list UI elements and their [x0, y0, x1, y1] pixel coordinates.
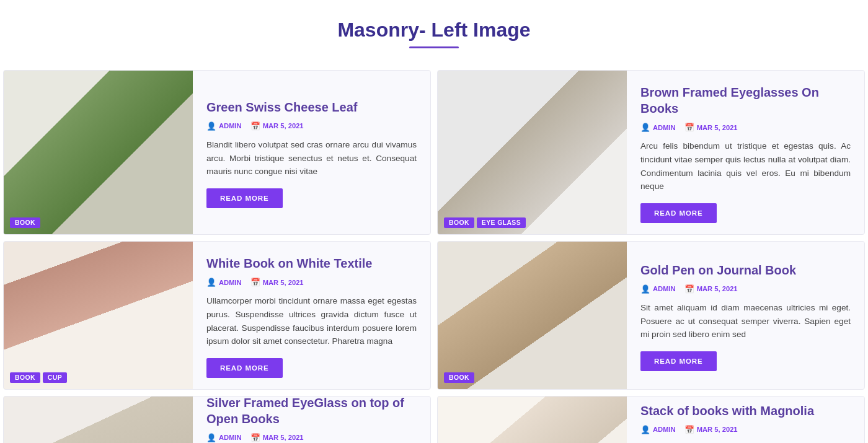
author-label: ADMIN	[219, 122, 242, 129]
read-more-button[interactable]: READ MORE	[206, 358, 283, 378]
card-content: Gold Pen on Journal Book👤ADMIN📅MAR 5, 20…	[627, 242, 864, 389]
card-image	[4, 71, 193, 234]
read-more-button[interactable]: READ MORE	[640, 351, 717, 371]
card-meta: 👤ADMIN📅MAR 5, 2021	[640, 425, 851, 434]
author-label: ADMIN	[653, 426, 676, 433]
person-icon: 👤	[640, 425, 650, 434]
card-date: 📅MAR 5, 2021	[250, 121, 304, 131]
page-header: Masonry- Left Image	[0, 0, 868, 61]
card-6: Stack of books with Magnolia👤ADMIN📅MAR 5…	[437, 396, 865, 443]
card-image-wrap	[438, 397, 627, 443]
page-title: Masonry- Left Image	[12, 19, 856, 42]
date-label: MAR 5, 2021	[697, 426, 738, 433]
tag-book: BOOK	[444, 217, 474, 228]
calendar-icon: 📅	[684, 425, 694, 434]
card-author: 👤ADMIN	[206, 121, 242, 131]
card-image	[438, 71, 627, 234]
card-4: BOOKGold Pen on Journal Book👤ADMIN📅MAR 5…	[437, 241, 865, 390]
page-wrapper: Masonry- Left Image BOOKGreen Swiss Chee…	[0, 0, 868, 443]
header-underline	[409, 46, 459, 48]
card-image-wrap: BOOK	[438, 242, 627, 389]
card-date: 📅MAR 5, 2021	[250, 278, 304, 287]
card-image	[438, 397, 627, 443]
read-more-button[interactable]: READ MORE	[206, 188, 283, 208]
card-image	[4, 242, 193, 389]
calendar-icon: 📅	[250, 278, 260, 287]
tag-book: BOOK	[10, 217, 40, 228]
date-label: MAR 5, 2021	[697, 285, 738, 292]
card-meta: 👤ADMIN📅MAR 5, 2021	[206, 433, 417, 442]
calendar-icon: 📅	[250, 433, 260, 442]
person-icon: 👤	[206, 433, 216, 442]
person-icon: 👤	[206, 121, 216, 131]
card-excerpt: Sit amet aliquam id diam maecenas ultric…	[640, 301, 851, 341]
author-label: ADMIN	[219, 434, 242, 441]
person-icon: 👤	[640, 123, 650, 132]
card-title: White Book on White Textile	[206, 255, 417, 271]
date-label: MAR 5, 2021	[263, 279, 304, 286]
person-icon: 👤	[640, 284, 650, 294]
card-image-wrap: BOOKEYE GLASS	[438, 71, 627, 234]
card-author: 👤ADMIN	[206, 278, 242, 287]
card-tags: BOOK	[10, 217, 40, 228]
card-date: 📅MAR 5, 2021	[684, 284, 738, 294]
card-meta: 👤ADMIN📅MAR 5, 2021	[206, 121, 417, 131]
card-content: Silver Framed EyeGlass on top of Open Bo…	[193, 397, 430, 443]
card-image	[438, 242, 627, 389]
card-title: Silver Framed EyeGlass on top of Open Bo…	[206, 396, 417, 427]
card-tags: BOOK	[444, 372, 474, 383]
date-label: MAR 5, 2021	[263, 122, 304, 129]
author-label: ADMIN	[653, 285, 676, 292]
tag-cup: CUP	[43, 372, 67, 383]
calendar-icon: 📅	[684, 284, 694, 294]
card-content: White Book on White Textile👤ADMIN📅MAR 5,…	[193, 242, 430, 389]
card-image-wrap: BOOK	[4, 71, 193, 234]
card-author: 👤ADMIN	[640, 123, 676, 132]
card-date: 📅MAR 5, 2021	[250, 433, 304, 442]
card-meta: 👤ADMIN📅MAR 5, 2021	[640, 123, 851, 132]
card-excerpt: Blandit libero volutpat sed cras ornare …	[206, 138, 417, 178]
person-icon: 👤	[206, 278, 216, 287]
card-title: Green Swiss Cheese Leaf	[206, 99, 417, 115]
card-content: Stack of books with Magnolia👤ADMIN📅MAR 5…	[627, 397, 864, 443]
calendar-icon: 📅	[250, 121, 260, 131]
card-image-wrap	[4, 397, 193, 443]
card-3: BOOKCUPWhite Book on White Textile👤ADMIN…	[3, 241, 431, 390]
calendar-icon: 📅	[684, 123, 694, 132]
card-meta: 👤ADMIN📅MAR 5, 2021	[206, 278, 417, 287]
card-content: Brown Framed Eyeglasses On Books👤ADMIN📅M…	[627, 71, 864, 234]
card-1: BOOKGreen Swiss Cheese Leaf👤ADMIN📅MAR 5,…	[3, 70, 431, 235]
author-label: ADMIN	[653, 124, 676, 131]
card-content: Green Swiss Cheese Leaf👤ADMIN📅MAR 5, 202…	[193, 71, 430, 234]
tag-book: BOOK	[444, 372, 474, 383]
card-image	[4, 397, 193, 443]
date-label: MAR 5, 2021	[697, 124, 738, 131]
date-label: MAR 5, 2021	[263, 434, 304, 441]
card-date: 📅MAR 5, 2021	[684, 425, 738, 434]
card-image-wrap: BOOKCUP	[4, 242, 193, 389]
masonry-grid: BOOKGreen Swiss Cheese Leaf👤ADMIN📅MAR 5,…	[0, 61, 868, 443]
card-author: 👤ADMIN	[640, 284, 676, 294]
card-author: 👤ADMIN	[206, 433, 242, 442]
card-title: Stack of books with Magnolia	[640, 403, 851, 419]
card-author: 👤ADMIN	[640, 425, 676, 434]
card-title: Brown Framed Eyeglasses On Books	[640, 84, 851, 116]
card-date: 📅MAR 5, 2021	[684, 123, 738, 132]
card-excerpt: Arcu felis bibendum ut tristique et eges…	[640, 139, 851, 193]
card-5: Silver Framed EyeGlass on top of Open Bo…	[3, 396, 431, 443]
card-tags: BOOKEYE GLASS	[444, 217, 526, 228]
card-excerpt: Ullamcorper morbi tincidunt ornare massa…	[206, 294, 417, 348]
card-2: BOOKEYE GLASSBrown Framed Eyeglasses On …	[437, 70, 865, 235]
tag-book: BOOK	[10, 372, 40, 383]
read-more-button[interactable]: READ MORE	[640, 203, 717, 223]
tag-eye-glass: EYE GLASS	[477, 217, 526, 228]
author-label: ADMIN	[219, 279, 242, 286]
card-title: Gold Pen on Journal Book	[640, 262, 851, 278]
card-tags: BOOKCUP	[10, 372, 67, 383]
card-meta: 👤ADMIN📅MAR 5, 2021	[640, 284, 851, 294]
